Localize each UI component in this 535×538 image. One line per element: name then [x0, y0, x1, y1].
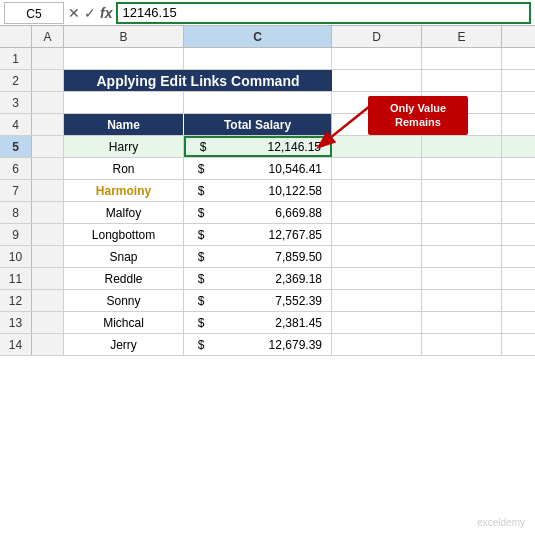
cell-e12[interactable] [422, 290, 502, 311]
cell-c10[interactable]: $ 7,859.50 [184, 246, 332, 267]
cell-c8[interactable]: $ 6,669.88 [184, 202, 332, 223]
confirm-icon[interactable]: ✓ [84, 5, 96, 21]
cell-e14[interactable] [422, 334, 502, 355]
row-num-4[interactable]: 4 [0, 114, 32, 135]
row-num-7[interactable]: 7 [0, 180, 32, 201]
row-num-14[interactable]: 14 [0, 334, 32, 355]
grid-container: Only Value Remains 1 2 Applying Edit Lin… [0, 48, 535, 356]
cancel-icon[interactable]: ✕ [68, 5, 80, 21]
cell-e11[interactable] [422, 268, 502, 289]
cell-d6[interactable] [332, 158, 422, 179]
cell-b5[interactable]: Harry [64, 136, 184, 157]
cell-c14[interactable]: $ 12,679.39 [184, 334, 332, 355]
cell-c1[interactable] [184, 48, 332, 69]
cell-a9[interactable] [32, 224, 64, 245]
cell-e13[interactable] [422, 312, 502, 333]
cell-c12[interactable]: $ 7,552.39 [184, 290, 332, 311]
total-salary-header: Total Salary [224, 118, 291, 132]
row-10: 10 Snap $ 7,859.50 [0, 246, 535, 268]
cell-a6[interactable] [32, 158, 64, 179]
cell-reference[interactable]: C5 [4, 2, 64, 24]
cell-c6[interactable]: $ 10,546.41 [184, 158, 332, 179]
cell-b4[interactable]: Name [64, 114, 184, 135]
cell-d8[interactable] [332, 202, 422, 223]
cell-b3[interactable] [64, 92, 184, 113]
row-num-13[interactable]: 13 [0, 312, 32, 333]
cell-a2[interactable] [32, 70, 64, 91]
cell-a13[interactable] [32, 312, 64, 333]
dollar-12: $ [187, 290, 215, 311]
cell-a14[interactable] [32, 334, 64, 355]
col-header-c[interactable]: C [184, 26, 332, 47]
cell-a11[interactable] [32, 268, 64, 289]
row-num-3[interactable]: 3 [0, 92, 32, 113]
cell-d9[interactable] [332, 224, 422, 245]
dollar-14: $ [187, 334, 215, 355]
cell-b14[interactable]: Jerry [64, 334, 184, 355]
cell-b7[interactable]: Harmoiny [64, 180, 184, 201]
cell-d11[interactable] [332, 268, 422, 289]
row-num-10[interactable]: 10 [0, 246, 32, 267]
cell-b8[interactable]: Malfoy [64, 202, 184, 223]
row-num-6[interactable]: 6 [0, 158, 32, 179]
value-11: 2,369.18 [215, 268, 328, 289]
cell-d7[interactable] [332, 180, 422, 201]
col-header-e[interactable]: E [422, 26, 502, 47]
col-header-d[interactable]: D [332, 26, 422, 47]
cell-e2[interactable] [422, 70, 502, 91]
cell-a1[interactable] [32, 48, 64, 69]
col-header-a[interactable]: A [32, 26, 64, 47]
row-8: 8 Malfoy $ 6,669.88 [0, 202, 535, 224]
cell-e7[interactable] [422, 180, 502, 201]
cell-b13[interactable]: Michcal [64, 312, 184, 333]
formula-input[interactable] [116, 2, 531, 24]
cell-b9[interactable]: Longbottom [64, 224, 184, 245]
row-num-2[interactable]: 2 [0, 70, 32, 91]
cell-d13[interactable] [332, 312, 422, 333]
dollar-10: $ [187, 246, 215, 267]
cell-c7[interactable]: $ 10,122.58 [184, 180, 332, 201]
row-num-5[interactable]: 5 [0, 136, 32, 157]
cell-b11[interactable]: Reddle [64, 268, 184, 289]
function-icon[interactable]: fx [100, 5, 112, 21]
cell-e6[interactable] [422, 158, 502, 179]
cell-a10[interactable] [32, 246, 64, 267]
cell-b10[interactable]: Snap [64, 246, 184, 267]
cell-title[interactable]: Applying Edit Links Command [64, 70, 332, 91]
cell-e1[interactable] [422, 48, 502, 69]
cell-b6[interactable]: Ron [64, 158, 184, 179]
value-12: 7,552.39 [215, 290, 328, 311]
cell-a7[interactable] [32, 180, 64, 201]
cell-b1[interactable] [64, 48, 184, 69]
cell-c9[interactable]: $ 12,767.85 [184, 224, 332, 245]
row-num-11[interactable]: 11 [0, 268, 32, 289]
row-2: 2 Applying Edit Links Command [0, 70, 535, 92]
cell-d1[interactable] [332, 48, 422, 69]
cell-e9[interactable] [422, 224, 502, 245]
cell-d12[interactable] [332, 290, 422, 311]
dollar-5: $ [189, 136, 217, 157]
col-header-b[interactable]: B [64, 26, 184, 47]
cell-a12[interactable] [32, 290, 64, 311]
row-num-12[interactable]: 12 [0, 290, 32, 311]
cell-c11[interactable]: $ 2,369.18 [184, 268, 332, 289]
corner-cell [0, 26, 32, 47]
cell-d14[interactable] [332, 334, 422, 355]
row-num-8[interactable]: 8 [0, 202, 32, 223]
row-num-1[interactable]: 1 [0, 48, 32, 69]
cell-d10[interactable] [332, 246, 422, 267]
cell-a4[interactable] [32, 114, 64, 135]
cell-a3[interactable] [32, 92, 64, 113]
cell-e8[interactable] [422, 202, 502, 223]
cell-d2[interactable] [332, 70, 422, 91]
cell-a5[interactable] [32, 136, 64, 157]
cell-c13[interactable]: $ 2,381.45 [184, 312, 332, 333]
cell-b12[interactable]: Sonny [64, 290, 184, 311]
dollar-6: $ [187, 158, 215, 179]
cell-e5[interactable] [422, 136, 502, 157]
cell-e10[interactable] [422, 246, 502, 267]
dollar-11: $ [187, 268, 215, 289]
row-num-9[interactable]: 9 [0, 224, 32, 245]
value-10: 7,859.50 [215, 246, 328, 267]
cell-a8[interactable] [32, 202, 64, 223]
